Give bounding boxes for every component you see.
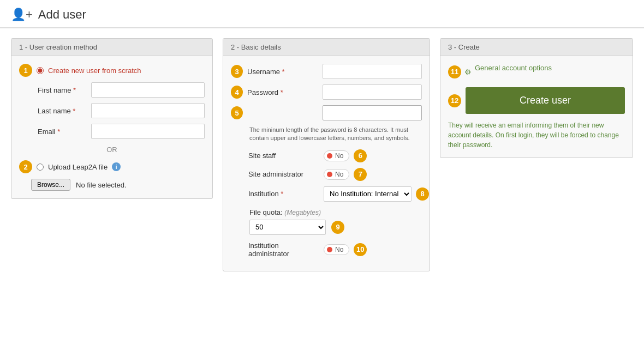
username-row: 3 Username * [231,64,422,79]
first-name-row: First name * [38,82,205,98]
panel2-header: 2 - Basic details [223,39,430,56]
page-title: Add user [38,8,86,22]
create-from-scratch-label: Create new user from scratch [48,66,141,75]
step-8-badge: 8 [416,187,429,201]
file-quota-select[interactable]: 50 [249,220,326,235]
password-row: 4 Password * [231,84,422,100]
browse-row: Browse... No file selected. [31,179,205,191]
panel3-header: 3 - Create [440,39,633,56]
institution-row: Institution * No Institution: Internal 8 [231,186,422,202]
info-icon[interactable]: i [112,162,121,171]
email-label: Email * [38,128,87,136]
site-admin-toggle[interactable]: No [324,169,349,180]
create-from-scratch-row: 1 Create new user from scratch [19,64,205,77]
email-row: Email * [38,124,205,139]
step-6-badge: 6 [354,149,367,162]
panel1-header: 1 - User creation method [11,39,212,56]
create-from-scratch-radio[interactable] [37,67,44,74]
institution-admin-toggle[interactable]: No [324,244,349,255]
upload-leap2a-row: 2 Upload Leap2A file i [19,160,205,173]
upload-leap2a-radio[interactable] [37,164,44,171]
step-3-badge: 3 [231,65,243,78]
last-name-input[interactable] [91,103,205,118]
step-12-badge: 12 [448,94,461,107]
institution-admin-label: Institution administrator [248,241,319,258]
password-label: Password * [247,88,318,96]
site-admin-label: Site administrator [248,170,319,178]
step-1-badge: 1 [19,64,32,77]
user-creation-method-panel: 1 - User creation method 1 Create new us… [11,38,213,199]
password-confirm-input[interactable] [323,105,422,120]
institution-select[interactable]: No Institution: Internal [324,186,412,202]
site-admin-row: Site administrator No 7 [231,168,422,181]
file-quota-label: File quota: (Megabytes) [249,208,422,216]
institution-admin-row: Institution administrator No 10 [231,241,422,258]
create-panel: 3 - Create 11 ⚙ General account options … [440,38,633,158]
last-name-row: Last name * [38,103,205,118]
first-name-input[interactable] [91,82,205,98]
or-divider: OR [19,146,205,154]
general-account-options-link[interactable]: General account options [475,64,552,72]
step-9-badge: 9 [331,221,344,234]
gear-icon: ⚙ [464,68,472,76]
step-2-badge: 2 [19,160,32,173]
password-input[interactable] [323,84,422,100]
basic-details-panel: 2 - Basic details 3 Username * 4 P [223,38,430,271]
step-10-badge: 10 [354,243,367,256]
create-user-button[interactable]: Create user [466,87,625,114]
step-4-badge: 4 [231,86,243,99]
last-name-label: Last name * [38,107,87,115]
site-staff-toggle[interactable]: No [324,150,349,161]
first-name-label: First name * [38,86,87,94]
step-11-badge: 11 [448,65,461,78]
file-quota-section: File quota: (Megabytes) 50 9 [249,208,422,235]
toggle-dot-site-admin [327,172,332,177]
toggle-dot-site-staff [327,153,332,159]
add-user-icon: 👤+ [11,8,33,22]
site-staff-row: Site staff No 6 [231,149,422,162]
step-7-badge: 7 [354,168,367,181]
step-5-badge: 5 [231,106,243,119]
upload-leap2a-label: Upload Leap2A file [48,163,108,171]
institution-label: Institution * [248,190,319,198]
site-staff-label: Site staff [248,152,319,160]
email-input[interactable] [91,124,205,139]
password-hint: The mininum length of the password is 8 … [249,126,422,143]
email-info-text: They will receive an email informing the… [448,120,625,150]
password-confirm-row: 5 [231,105,422,120]
username-input[interactable] [323,64,422,79]
username-label: Username * [247,68,318,76]
browse-button[interactable]: Browse... [31,179,70,191]
no-file-selected-text: No file selected. [76,181,127,189]
toggle-dot-institution-admin [327,247,332,252]
page-header: 👤+ Add user [0,0,644,28]
